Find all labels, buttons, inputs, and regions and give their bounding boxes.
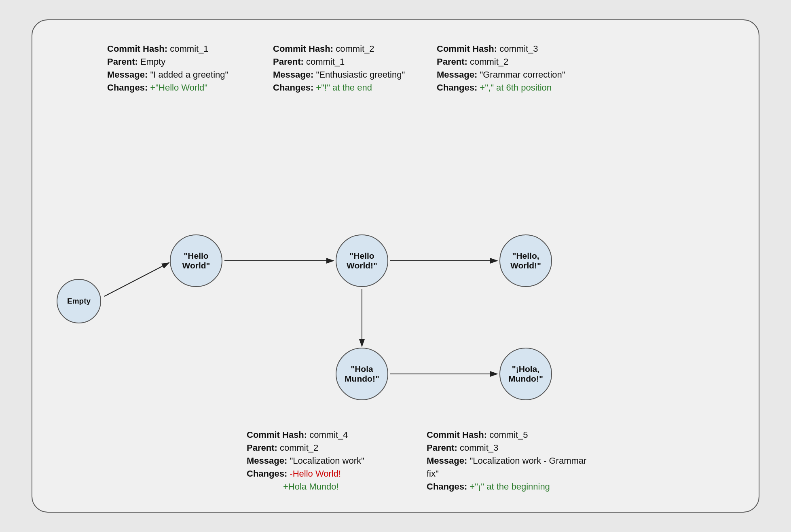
commit-info-2: Commit Hash: commit_2 Parent: commit_1 M… (273, 42, 427, 94)
commit-info-1: Commit Hash: commit_1 Parent: Empty Mess… (107, 42, 261, 94)
node-commit1: "HelloWorld" (170, 234, 222, 287)
node-commit5: "¡Hola,Mundo!" (499, 348, 552, 400)
commit-info-3: Commit Hash: commit_3 Parent: commit_2 M… (437, 42, 590, 94)
commit-info-5: Commit Hash: commit_5 Parent: commit_3 M… (427, 429, 588, 493)
node-commit3: "Hello,World!" (499, 234, 552, 287)
node-commit2: "HelloWorld!" (336, 234, 388, 287)
commit-info-4: Commit Hash: commit_4 Parent: commit_2 M… (247, 429, 400, 493)
svg-line-1 (104, 263, 169, 296)
node-commit4: "HolaMundo!" (336, 348, 388, 400)
diagram-container: Empty "HelloWorld" "HelloWorld!" "Hello,… (32, 19, 759, 513)
node-empty: Empty (57, 279, 101, 323)
